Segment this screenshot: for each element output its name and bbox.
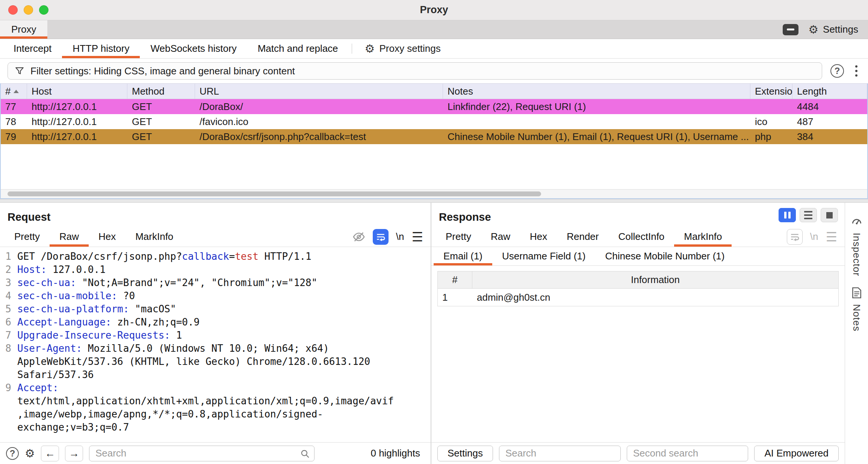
word-wrap-icon xyxy=(790,232,800,242)
response-toolbar: Settings AI Empowered xyxy=(431,442,845,464)
second-search-input[interactable] xyxy=(627,446,749,461)
code-line: 8User-Agent: Mozilla/5.0 (Windows NT 10.… xyxy=(0,342,431,381)
help-icon[interactable] xyxy=(6,447,19,460)
tab-websockets-history[interactable]: WebSockets history xyxy=(140,39,247,58)
code-line: 7Upgrade-Insecure-Requests: 1 xyxy=(0,329,431,342)
column-header-method[interactable]: Method xyxy=(127,84,195,99)
response-tabs: PrettyRawHexRenderCollectInfoMarkInfo xyxy=(436,227,732,247)
next-match-button[interactable] xyxy=(65,446,83,461)
word-wrap-toggle[interactable] xyxy=(787,229,803,245)
request-tab-pretty[interactable]: Pretty xyxy=(5,227,50,247)
line-number: 2 xyxy=(0,263,17,276)
ai-empowered-button[interactable]: AI Empowered xyxy=(754,446,839,461)
column-header-number[interactable]: # xyxy=(438,271,472,288)
help-icon[interactable] xyxy=(830,64,844,78)
filter-settings-bar[interactable]: Filter settings: Hiding CSS, image and g… xyxy=(8,62,822,80)
code-line: 1GET /DoraBox/csrf/jsonp.php?callback=te… xyxy=(0,250,431,263)
side-rail: Inspector Notes xyxy=(845,203,868,464)
code-line: 5sec-ch-ua-platform: "macOS" xyxy=(0,303,431,316)
table-row[interactable]: 1admin@gh0st.cn xyxy=(438,289,838,306)
divider xyxy=(352,44,352,54)
close-window-button[interactable] xyxy=(8,5,18,15)
pause-updates-button[interactable] xyxy=(779,208,796,222)
line-number: 7 xyxy=(0,329,17,342)
code-line: 3sec-ch-ua: "Not;A=Brand";v="24", "Chrom… xyxy=(0,276,431,289)
request-search-input[interactable] xyxy=(89,446,315,461)
mark-tab-username-field-1[interactable]: Username Field (1) xyxy=(492,247,596,265)
editor-menu-icon[interactable]: ☰ xyxy=(412,230,423,243)
column-header-url[interactable]: URL xyxy=(195,84,443,99)
scrollbar-thumb[interactable] xyxy=(8,191,541,196)
line-number: 4 xyxy=(0,289,17,303)
zoom-window-button[interactable] xyxy=(39,5,48,15)
response-tab-collectinfo[interactable]: CollectInfo xyxy=(608,227,674,247)
request-code[interactable]: 1GET /DoraBox/csrf/jsonp.php?callback=te… xyxy=(0,247,431,442)
table-row[interactable]: 79http://127.0.0.1GET/DoraBox/csrf/jsonp… xyxy=(1,129,867,144)
response-panel: Response PrettyRawHexRenderCollectInfoMa… xyxy=(431,203,845,464)
table-row[interactable]: 78http://127.0.0.1GET/favicon.icoico487 xyxy=(1,114,867,129)
previous-match-button[interactable] xyxy=(41,446,59,461)
column-header-host[interactable]: Host xyxy=(27,84,127,99)
main-tab-bar: Proxy Settings xyxy=(0,20,868,39)
tab-intercept[interactable]: Intercept xyxy=(3,39,62,58)
more-options-icon[interactable] xyxy=(852,64,860,78)
view-toggle-group xyxy=(779,208,838,222)
settings-button[interactable]: Settings xyxy=(808,23,858,36)
line-number: 1 xyxy=(0,250,17,263)
editor-settings-icon[interactable] xyxy=(25,447,35,460)
request-title: Request xyxy=(0,203,431,227)
column-header-information[interactable]: Information xyxy=(472,271,838,288)
column-header-number[interactable]: # xyxy=(1,84,27,99)
http-history-table: # Host Method URL Notes Extension Length… xyxy=(0,83,868,199)
response-tab-render[interactable]: Render xyxy=(557,227,608,247)
line-number: 6 xyxy=(0,316,17,329)
proxy-nav-bar: InterceptHTTP historyWebSockets historyM… xyxy=(0,39,868,59)
rail-item-inspector[interactable]: Inspector xyxy=(851,215,863,276)
message-editor-area: Request PrettyRawHexMarkInfo \n ☰ xyxy=(0,203,868,464)
proxy-settings-button[interactable]: Proxy settings xyxy=(355,39,451,58)
hide-icon[interactable] xyxy=(352,230,365,243)
line-number: 9 xyxy=(0,381,17,434)
table-empty-area xyxy=(1,144,867,189)
column-header-length[interactable]: Length xyxy=(792,84,867,99)
gear-icon xyxy=(808,23,818,36)
rail-item-notes[interactable]: Notes xyxy=(851,287,862,331)
request-tab-bar: PrettyRawHexMarkInfo \n ☰ xyxy=(0,227,431,247)
sort-asc-icon xyxy=(14,90,19,93)
stop-button[interactable] xyxy=(821,208,838,222)
horizontal-scrollbar[interactable] xyxy=(1,189,867,198)
response-search-input[interactable] xyxy=(499,446,621,461)
table-row[interactable]: 77http://127.0.0.1GET/DoraBox/Linkfinder… xyxy=(1,99,867,114)
minimize-window-button[interactable] xyxy=(24,5,33,15)
list-view-button[interactable] xyxy=(800,208,817,222)
request-panel: Request PrettyRawHexMarkInfo \n ☰ xyxy=(0,203,431,464)
column-header-extension[interactable]: Extension xyxy=(750,84,792,99)
show-newlines-toggle[interactable]: \n xyxy=(810,231,818,243)
response-tab-pretty[interactable]: Pretty xyxy=(436,227,481,247)
proxy-nav-tabs: InterceptHTTP historyWebSockets historyM… xyxy=(3,39,349,58)
panel-layout-icon[interactable] xyxy=(783,24,798,35)
request-tab-markinfo[interactable]: MarkInfo xyxy=(126,227,183,247)
mark-tabs: Email (1)Username Field (1)Chinese Mobil… xyxy=(431,247,845,266)
show-newlines-toggle[interactable]: \n xyxy=(396,231,404,243)
window-controls xyxy=(0,5,48,15)
tab-match-and-replace[interactable]: Match and replace xyxy=(247,39,349,58)
horizontal-splitter[interactable] xyxy=(0,199,868,203)
response-tab-bar: PrettyRawHexRenderCollectInfoMarkInfo \n… xyxy=(431,227,845,247)
line-number: 3 xyxy=(0,276,17,289)
mark-tab-chinese-mobile-number-1[interactable]: Chinese Mobile Number (1) xyxy=(596,247,735,265)
response-tab-hex[interactable]: Hex xyxy=(520,227,557,247)
tab-proxy[interactable]: Proxy xyxy=(0,20,47,39)
response-tab-raw[interactable]: Raw xyxy=(481,227,520,247)
tab-http-history[interactable]: HTTP history xyxy=(62,39,140,58)
request-tab-hex[interactable]: Hex xyxy=(89,227,126,247)
response-tab-markinfo[interactable]: MarkInfo xyxy=(674,227,732,247)
editor-menu-icon[interactable]: ☰ xyxy=(826,230,837,243)
mark-tab-email-1[interactable]: Email (1) xyxy=(434,247,492,265)
column-header-notes[interactable]: Notes xyxy=(443,84,750,99)
word-wrap-toggle[interactable] xyxy=(373,229,389,245)
request-tab-raw[interactable]: Raw xyxy=(50,227,89,247)
markinfo-table: # Information 1admin@gh0st.cn xyxy=(437,271,839,306)
markinfo-settings-button[interactable]: Settings xyxy=(437,446,493,461)
search-icon xyxy=(300,449,310,459)
